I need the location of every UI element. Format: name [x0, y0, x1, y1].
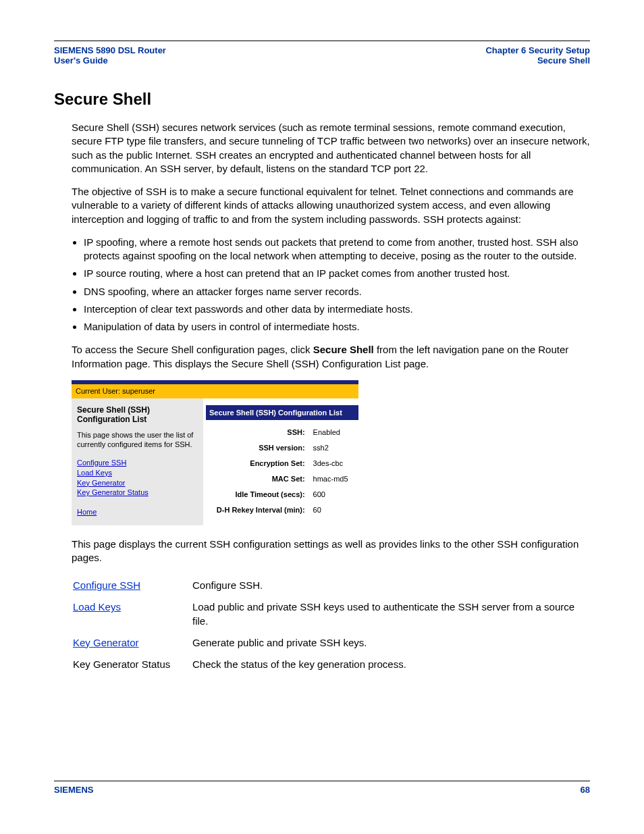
link-load-keys[interactable]: Load Keys: [73, 601, 121, 613]
label-key-generator-status: Key Generator Status: [73, 658, 170, 670]
protection-list: IP spoofing, where a remote host sends o…: [84, 236, 590, 334]
header-product: SIEMENS 5890 DSL Router: [54, 45, 166, 55]
page-title: Secure Shell: [54, 90, 590, 109]
config-value: Enabled: [310, 425, 357, 440]
table-row: Configure SSH Configure SSH.: [73, 575, 589, 596]
config-links-table: Configure SSH Configure SSH. Load Keys L…: [72, 574, 590, 676]
config-value: 3des-cbc: [310, 457, 357, 471]
paragraph-display: This page displays the current SSH confi…: [72, 538, 590, 565]
table-row: SSH:Enabled: [207, 425, 357, 440]
paragraph-objective: The objective of SSH is to make a secure…: [72, 185, 590, 226]
config-label: D-H Rekey Interval (min):: [207, 503, 308, 517]
header-section: Secure Shell: [485, 55, 590, 66]
config-value: 60: [310, 503, 357, 517]
config-label: SSH version:: [207, 441, 308, 455]
list-item: IP spoofing, where a remote host sends o…: [84, 236, 590, 263]
current-user-bar: Current User: superuser: [72, 384, 358, 398]
list-item: Manipulation of data by users in control…: [84, 320, 590, 334]
sidebar-link-home[interactable]: Home: [77, 507, 198, 517]
panel-title: Secure Shell (SSH) Configuration List: [206, 405, 358, 421]
header-guide: User's Guide: [54, 55, 166, 66]
config-label: SSH:: [207, 425, 308, 440]
header-right: Chapter 6 Security Setup Secure Shell: [485, 45, 590, 66]
link-description: Configure SSH.: [192, 575, 589, 596]
list-item: IP source routing, where a host can pret…: [84, 267, 590, 280]
table-row: Key Generator Generate public and privat…: [73, 633, 589, 653]
screenshot-sidebar: Secure Shell (SSH) Configuration List Th…: [72, 398, 203, 525]
table-row: Load Keys Load public and private SSH ke…: [73, 597, 589, 631]
page-number: 68: [581, 785, 590, 795]
sidebar-link-key-generator-status[interactable]: Key Generator Status: [77, 488, 198, 498]
ssh-config-table: SSH:Enabled SSH version:ssh2 Encryption …: [206, 424, 358, 518]
paragraph-access: To access the Secure Shell configuration…: [72, 343, 590, 371]
footer-brand: SIEMENS: [54, 785, 94, 795]
link-description: Generate public and private SSH keys.: [192, 633, 589, 653]
table-row: MAC Set:hmac-md5: [207, 472, 357, 486]
header-left: SIEMENS 5890 DSL Router User's Guide: [54, 45, 166, 66]
ssh-config-screenshot: Current User: superuser Secure Shell (SS…: [72, 380, 358, 525]
sidebar-description: This page shows the user the list of cur…: [77, 431, 198, 450]
table-row: Encryption Set:3des-cbc: [207, 457, 357, 471]
config-label: Encryption Set:: [207, 457, 308, 471]
screenshot-main-panel: Secure Shell (SSH) Configuration List SS…: [203, 398, 358, 525]
sidebar-link-configure-ssh[interactable]: Configure SSH: [77, 458, 198, 468]
table-row: Key Generator Status Check the status of…: [73, 654, 589, 675]
table-row: D-H Rekey Interval (min):60: [207, 503, 357, 517]
sidebar-title: Secure Shell (SSH) Configuration List: [77, 405, 198, 425]
secure-shell-bold: Secure Shell: [313, 344, 374, 355]
link-key-generator[interactable]: Key Generator: [73, 637, 139, 648]
header-chapter: Chapter 6 Security Setup: [485, 45, 590, 55]
page-header: SIEMENS 5890 DSL Router User's Guide Cha…: [54, 45, 590, 66]
config-value: 600: [310, 488, 357, 502]
footer-rule: [54, 781, 590, 781]
link-description: Check the status of the key generation p…: [192, 654, 589, 675]
text: To access the Secure Shell configuration…: [72, 344, 313, 355]
link-description: Load public and private SSH keys used to…: [192, 597, 589, 631]
sidebar-link-key-generator[interactable]: Key Generator: [77, 478, 198, 488]
list-item: Interception of clear text passwords and…: [84, 303, 590, 316]
page-footer: SIEMENS 68: [54, 781, 590, 795]
config-value: ssh2: [310, 441, 357, 455]
header-rule: [54, 41, 590, 41]
sidebar-link-load-keys[interactable]: Load Keys: [77, 468, 198, 478]
link-configure-ssh[interactable]: Configure SSH: [73, 579, 140, 591]
config-label: Idle Timeout (secs):: [207, 488, 308, 502]
paragraph-intro: Secure Shell (SSH) secures network servi…: [72, 121, 590, 176]
config-label: MAC Set:: [207, 472, 308, 486]
config-value: hmac-md5: [310, 472, 357, 486]
table-row: Idle Timeout (secs):600: [207, 488, 357, 502]
list-item: DNS spoofing, where an attacker forges n…: [84, 285, 590, 298]
table-row: SSH version:ssh2: [207, 441, 357, 455]
